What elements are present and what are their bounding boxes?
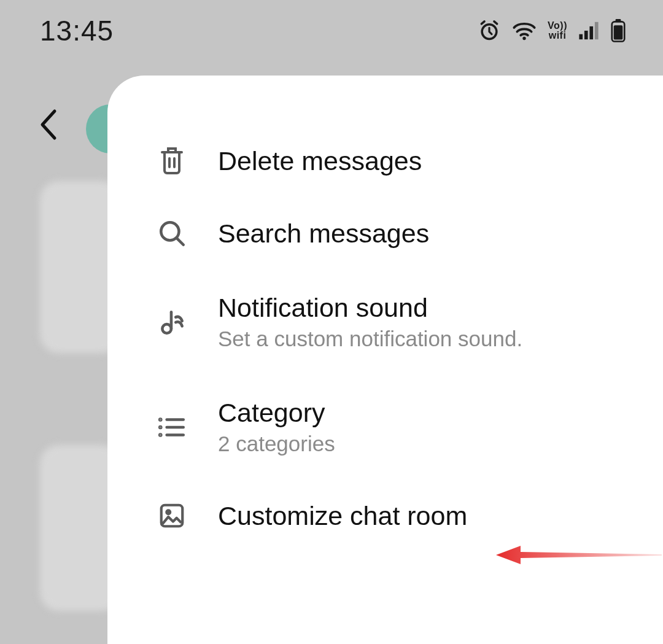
status-time: 13:45 — [40, 14, 114, 47]
menu-item-notification-sound[interactable]: Notification sound Set a custom notifica… — [157, 270, 663, 374]
menu-item-category[interactable]: Category 2 categories — [157, 374, 663, 479]
search-icon — [157, 218, 187, 249]
svg-point-13 — [160, 434, 161, 435]
svg-rect-2 — [579, 34, 583, 40]
svg-rect-8 — [614, 25, 623, 39]
overflow-menu-panel: Delete messages Search messages Notifica… — [107, 76, 663, 644]
vowifi-top: Vo)) — [548, 21, 567, 31]
svg-point-1 — [522, 37, 525, 40]
menu-label: Category — [218, 398, 335, 428]
alarm-icon — [478, 19, 501, 42]
svg-point-15 — [166, 510, 170, 514]
status-icons: Vo)) wifi — [478, 19, 626, 42]
back-button[interactable] — [37, 107, 59, 144]
menu-label: Delete messages — [218, 146, 422, 176]
image-icon — [157, 500, 187, 531]
signal-icon — [578, 21, 599, 41]
svg-point-11 — [160, 419, 161, 420]
menu-item-delete-messages[interactable]: Delete messages — [157, 125, 663, 197]
list-icon — [157, 412, 187, 443]
status-bar: 13:45 Vo)) wifi — [0, 0, 663, 61]
menu-label: Search messages — [218, 219, 429, 249]
svg-rect-4 — [589, 26, 593, 39]
menu-label: Notification sound — [218, 293, 522, 323]
trash-icon — [157, 145, 187, 176]
vowifi-indicator: Vo)) wifi — [548, 21, 567, 41]
music-note-icon — [157, 307, 187, 338]
menu-item-search-messages[interactable]: Search messages — [157, 197, 663, 270]
menu-label: Customize chat room — [218, 501, 467, 531]
svg-rect-5 — [595, 22, 599, 39]
battery-icon — [610, 19, 626, 42]
svg-rect-3 — [584, 31, 588, 39]
menu-item-customize-chat-room[interactable]: Customize chat room — [157, 479, 663, 552]
menu-sublabel: Set a custom notification sound. — [218, 327, 522, 351]
vowifi-bottom: wifi — [549, 31, 567, 41]
wifi-icon — [512, 20, 537, 41]
svg-point-12 — [160, 426, 161, 427]
menu-sublabel: 2 categories — [218, 432, 335, 456]
